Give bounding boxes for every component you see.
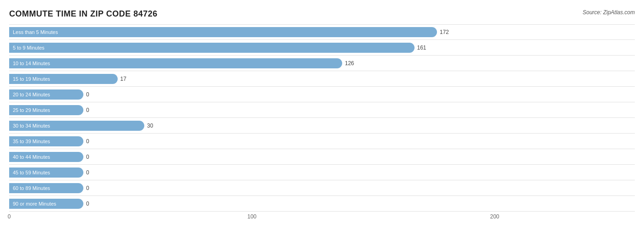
- bar-row: 40 to 44 Minutes0: [9, 149, 635, 165]
- bar: Less than 5 Minutes: [9, 27, 437, 37]
- bar-value-zero: 0: [86, 154, 89, 160]
- chart-title: COMMUTE TIME IN ZIP CODE 84726: [9, 9, 158, 19]
- bar-label: 40 to 44 Minutes: [9, 152, 54, 162]
- bar-value: 17: [120, 76, 126, 82]
- bar-wrapper: 90 or more Minutes0: [9, 196, 635, 211]
- bar-label: 90 or more Minutes: [9, 199, 60, 209]
- bar-value-zero: 0: [86, 185, 89, 191]
- x-axis-label: 0: [8, 213, 11, 220]
- bar: 40 to 44 Minutes: [9, 152, 83, 162]
- bar-value: 172: [440, 29, 449, 35]
- bar-label: Less than 5 Minutes: [9, 27, 61, 37]
- bar: 20 to 24 Minutes: [9, 89, 83, 100]
- chart-header: COMMUTE TIME IN ZIP CODE 84726 Source: Z…: [9, 9, 635, 19]
- bar-label: 35 to 39 Minutes: [9, 136, 54, 146]
- bar-value-zero: 0: [86, 138, 89, 145]
- bar-wrapper: 25 to 29 Minutes0: [9, 102, 635, 117]
- bar: 5 to 9 Minutes: [9, 43, 415, 53]
- bar-row: 15 to 19 Minutes17: [9, 71, 635, 87]
- bar-value-zero: 0: [86, 201, 89, 207]
- x-axis-label: 100: [247, 213, 257, 220]
- bar-row: 45 to 59 Minutes0: [9, 165, 635, 180]
- bar-value-zero: 0: [86, 169, 89, 176]
- x-axis-label: 200: [490, 213, 499, 220]
- bar-label: 60 to 89 Minutes: [9, 183, 54, 193]
- bar-wrapper: 5 to 9 Minutes161: [9, 40, 635, 55]
- bar-row: 30 to 34 Minutes30: [9, 118, 635, 134]
- bar-label: 15 to 19 Minutes: [9, 74, 54, 84]
- bar-value-zero: 0: [86, 107, 89, 113]
- bar-wrapper: 30 to 34 Minutes30: [9, 118, 635, 133]
- bar: 25 to 29 Minutes: [9, 105, 83, 115]
- bars-with-grid: Less than 5 Minutes1725 to 9 Minutes1611…: [9, 24, 635, 212]
- bar-wrapper: 45 to 59 Minutes0: [9, 165, 635, 180]
- x-axis: 0100200: [9, 213, 635, 223]
- chart-area: Less than 5 Minutes1725 to 9 Minutes1611…: [9, 24, 635, 223]
- bar-wrapper: 10 to 14 Minutes126: [9, 56, 635, 71]
- bar: 10 to 14 Minutes: [9, 58, 342, 68]
- bar-wrapper: 40 to 44 Minutes0: [9, 149, 635, 164]
- bar-wrapper: 15 to 19 Minutes17: [9, 71, 635, 86]
- bar-value: 126: [345, 60, 354, 67]
- bar-row: 35 to 39 Minutes0: [9, 134, 635, 149]
- bar-row: 5 to 9 Minutes161: [9, 40, 635, 56]
- bar-wrapper: 35 to 39 Minutes0: [9, 134, 635, 149]
- bar-label: 5 to 9 Minutes: [9, 43, 48, 53]
- bar-value: 161: [417, 45, 426, 51]
- bar-row: 25 to 29 Minutes0: [9, 102, 635, 118]
- bar-label: 30 to 34 Minutes: [9, 121, 54, 131]
- bar-label: 10 to 14 Minutes: [9, 58, 54, 68]
- chart-source: Source: ZipAtlas.com: [583, 9, 635, 16]
- bar: 60 to 89 Minutes: [9, 183, 83, 193]
- bar-value: 30: [147, 123, 153, 129]
- bar: 35 to 39 Minutes: [9, 136, 83, 146]
- bars-container: Less than 5 Minutes1725 to 9 Minutes1611…: [9, 24, 635, 212]
- bar-row: 20 to 24 Minutes0: [9, 87, 635, 102]
- bar-row: 90 or more Minutes0: [9, 196, 635, 212]
- bar-wrapper: 20 to 24 Minutes0: [9, 87, 635, 102]
- bar: 15 to 19 Minutes: [9, 74, 118, 84]
- bar: 90 or more Minutes: [9, 199, 83, 209]
- bar-row: Less than 5 Minutes172: [9, 24, 635, 40]
- bar-wrapper: Less than 5 Minutes172: [9, 25, 635, 39]
- bar-row: 10 to 14 Minutes126: [9, 56, 635, 71]
- bar: 30 to 34 Minutes: [9, 121, 144, 131]
- chart-container: COMMUTE TIME IN ZIP CODE 84726 Source: Z…: [0, 5, 644, 236]
- bar-label: 20 to 24 Minutes: [9, 89, 54, 100]
- bar-value-zero: 0: [86, 91, 89, 98]
- bar-label: 25 to 29 Minutes: [9, 105, 54, 115]
- bar-row: 60 to 89 Minutes0: [9, 180, 635, 196]
- bar-wrapper: 60 to 89 Minutes0: [9, 180, 635, 195]
- bar-label: 45 to 59 Minutes: [9, 167, 54, 178]
- bar: 45 to 59 Minutes: [9, 167, 83, 178]
